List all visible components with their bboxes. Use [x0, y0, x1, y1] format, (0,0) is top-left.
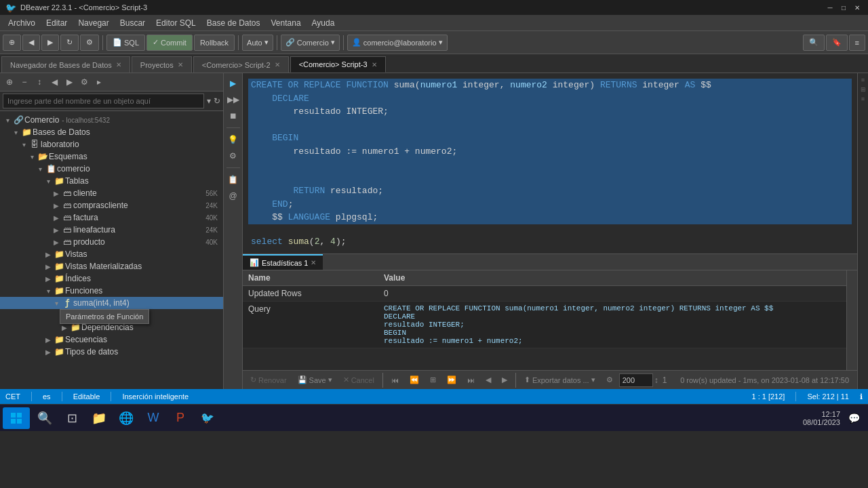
run-script-button[interactable]: ▶▶: [226, 92, 241, 107]
nav-new-button[interactable]: ⊕: [3, 75, 16, 89]
r-btn-2[interactable]: ⊞: [859, 85, 867, 94]
taskbar-explorer[interactable]: 📁: [87, 407, 111, 429]
rollback-button[interactable]: Rollback: [194, 35, 235, 51]
menu-item-ventana[interactable]: Ventana: [266, 17, 307, 29]
back-button[interactable]: ◀: [22, 35, 40, 51]
stats-tab-close[interactable]: ✕: [311, 259, 316, 266]
taskbar-dbeaver[interactable]: 🐦: [195, 407, 220, 429]
stats-tab-1[interactable]: 📊 Estadísticas 1 ✕: [243, 254, 323, 270]
tab-script-2[interactable]: <Comercio> Script-2 ✕: [193, 56, 289, 73]
var-button[interactable]: @: [226, 188, 241, 203]
tree-item-vistas[interactable]: ▶ 📁 Vistas: [0, 248, 223, 260]
first-page-button[interactable]: ⏮: [387, 373, 403, 388]
nav-panel-toggle[interactable]: ▸: [92, 75, 106, 89]
menu-item-buscar[interactable]: Buscar: [115, 17, 151, 29]
tree-item-laboratorio[interactable]: ▾ 🗄 laboratorio: [0, 138, 223, 150]
menu-item-editar[interactable]: Editar: [41, 17, 73, 29]
cancel-button[interactable]: ✕ Cancel: [338, 373, 379, 388]
tree-item-params[interactable]: ▶ 📁 Parám... Parámetros de Función: [0, 309, 223, 321]
tree-item-vistas-mat[interactable]: ▶ 📁 Vistas Materializadas: [0, 260, 223, 272]
nav-collapse-button[interactable]: −: [18, 75, 31, 89]
tree-item-suma-func[interactable]: ▾ ƒ suma(int4, int4): [0, 297, 223, 309]
tree-item-bases-de-datos[interactable]: ▾ 📁 Bases de Datos: [0, 126, 223, 138]
tab-script-3[interactable]: <Comercio> Script-3 ✕: [290, 56, 386, 73]
forward-button[interactable]: ▶: [41, 35, 59, 51]
history-button[interactable]: 📋: [226, 172, 241, 187]
menu-item-archivo[interactable]: Archivo: [3, 17, 41, 29]
nav-forward-button[interactable]: ▶: [62, 75, 76, 89]
last-page-button[interactable]: ⏭: [462, 373, 479, 388]
tree-item-comprascliente[interactable]: ▶ 🗃 comprascliente 24K: [0, 199, 223, 211]
nav-prev[interactable]: ◀: [481, 373, 496, 388]
code-editor[interactable]: CREATE OR REPLACE FUNCTION suma(numero1 …: [243, 73, 857, 253]
taskbar-powerpoint[interactable]: P: [168, 407, 193, 429]
tree-item-comercio[interactable]: ▾ 🔗 Comercio - localhost:5432: [0, 114, 223, 126]
tree-item-tablas[interactable]: ▾ 📁 Tablas: [0, 175, 223, 187]
stop-button[interactable]: ⏹: [226, 108, 241, 123]
tree-item-funciones[interactable]: ▾ 📁 Funciones: [0, 285, 223, 297]
taskbar-edge[interactable]: 🌐: [114, 407, 138, 429]
nav-settings-button[interactable]: ⚙: [77, 75, 91, 89]
minimize-button[interactable]: ─: [825, 2, 835, 13]
prev-page-button[interactable]: ⏪: [405, 373, 424, 388]
tree-item-secuencias[interactable]: ▶ 📁 Secuencias: [0, 333, 223, 346]
search-input[interactable]: [3, 94, 204, 108]
save-button[interactable]: 💾 Save ▾: [293, 373, 337, 388]
tree-item-tipos-datos[interactable]: ▶ 📁 Tipos de datos: [0, 346, 223, 358]
start-button[interactable]: [3, 407, 30, 429]
taskbar-search[interactable]: 🔍: [33, 407, 57, 429]
connection-dropdown[interactable]: 🔗 Comercio ▾: [281, 35, 340, 51]
user-dropdown[interactable]: 👤 comercio@laboratorio ▾: [347, 35, 448, 51]
tree-item-cliente[interactable]: ▶ 🗃 cliente 56K: [0, 187, 223, 199]
nav-back-button[interactable]: ◀: [47, 75, 61, 89]
tree-item-producto[interactable]: ▶ 🗃 producto 40K: [0, 236, 223, 248]
tree-item-esquemas[interactable]: ▾ 📂 Esquemas: [0, 150, 223, 163]
more-button[interactable]: ≡: [849, 35, 865, 51]
menu-item-ayuda[interactable]: Ayuda: [307, 17, 340, 29]
r-btn-3[interactable]: ≡: [859, 95, 867, 103]
search-button[interactable]: 🔍: [803, 35, 825, 51]
export-button[interactable]: ⬆ Exportar datos ... ▾: [519, 373, 600, 388]
tree-item-indices[interactable]: ▶ 📁 Índices: [0, 272, 223, 285]
config-button[interactable]: ⚙: [601, 373, 618, 388]
vistas-icon: 📁: [53, 249, 65, 259]
bookmark-button[interactable]: 🔖: [826, 35, 848, 51]
tab-proyectos-close[interactable]: ✕: [178, 61, 183, 68]
taskbar-word[interactable]: W: [141, 407, 165, 429]
auto-commit-dropdown[interactable]: Auto ▾: [242, 35, 273, 51]
maximize-button[interactable]: □: [838, 2, 849, 13]
commit-button[interactable]: ✓ Commit: [146, 35, 193, 51]
tree-item-schema-comercio[interactable]: ▾ 📋 comercio: [0, 163, 223, 175]
new-connection-button[interactable]: ⊕: [3, 35, 21, 51]
close-button[interactable]: ✕: [852, 2, 863, 13]
format-button[interactable]: ⚙: [226, 148, 241, 163]
menu-item-navegar[interactable]: Navegar: [73, 17, 114, 29]
tree-item-dependencias[interactable]: ▶ 📁 Dependencias: [0, 321, 223, 333]
toolbar-separator-1: [102, 35, 103, 50]
tree-item-factura[interactable]: ▶ 🗃 factura 40K: [0, 211, 223, 224]
refresh-button[interactable]: ↻: [60, 35, 79, 51]
notification-icon[interactable]: 💬: [848, 413, 860, 424]
tab-script-2-close[interactable]: ✕: [275, 61, 280, 68]
next-page-button[interactable]: ⏩: [442, 373, 461, 388]
taskbar-cortana[interactable]: ⊡: [60, 407, 84, 429]
nav-expand-button[interactable]: ↕: [33, 75, 46, 89]
tab-db-navigator[interactable]: Navegador de Bases de Datos ✕: [1, 56, 130, 73]
settings-button[interactable]: ⚙: [80, 35, 99, 51]
tab-script-3-close[interactable]: ✕: [372, 61, 377, 68]
nav-next[interactable]: ▶: [497, 373, 512, 388]
renovar-button[interactable]: ↻ Renovar: [245, 373, 292, 388]
tab-proyectos[interactable]: Proyectos ✕: [132, 56, 192, 73]
refresh-tree-button[interactable]: ↻: [214, 96, 220, 106]
explain-button[interactable]: 💡: [226, 132, 241, 147]
row-count-input[interactable]: [619, 373, 653, 387]
menu-item-editor sql[interactable]: Editor SQL: [151, 17, 201, 29]
menu-item-base de datos[interactable]: Base de Datos: [201, 17, 266, 29]
filter-button[interactable]: ▾: [207, 96, 211, 106]
r-btn-1[interactable]: ≡: [859, 76, 867, 84]
stats-scrollbar[interactable]: [846, 270, 857, 370]
tree-item-lineafactura[interactable]: ▶ 🗃 lineafactura 24K: [0, 224, 223, 236]
sql-button[interactable]: 📄 SQL: [106, 35, 145, 51]
tab-db-navigator-close[interactable]: ✕: [116, 61, 121, 68]
run-button[interactable]: ▶: [226, 76, 241, 91]
